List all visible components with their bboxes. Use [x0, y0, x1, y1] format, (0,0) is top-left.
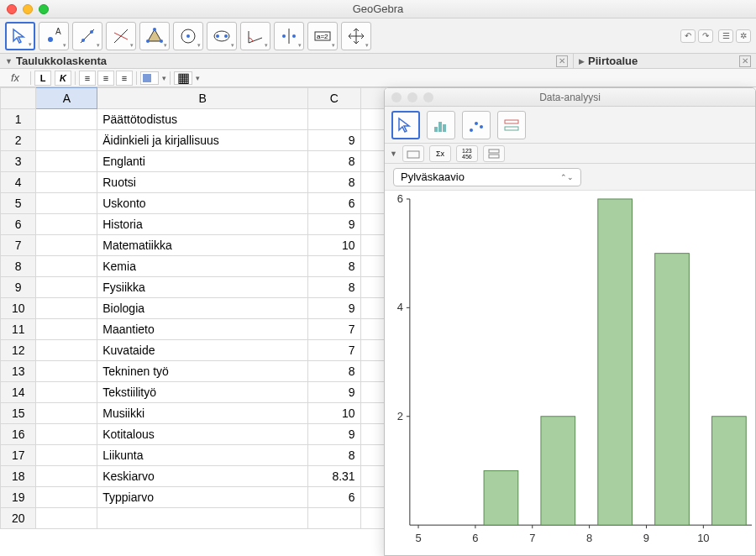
row-header[interactable]: 7: [1, 235, 36, 256]
cell[interactable]: [36, 361, 97, 382]
cell[interactable]: 8: [307, 361, 360, 382]
cell[interactable]: Uskonto: [97, 193, 308, 214]
cell[interactable]: 10: [307, 403, 360, 424]
fill-color-button[interactable]: [140, 71, 159, 85]
cell[interactable]: 9: [307, 382, 360, 403]
row-header[interactable]: 1: [1, 109, 36, 130]
row-header[interactable]: 17: [1, 445, 36, 466]
table-row[interactable]: 1Päättötodistus: [1, 109, 386, 130]
row-header[interactable]: 11: [1, 319, 36, 340]
cell[interactable]: 8: [307, 172, 360, 193]
cell[interactable]: 7: [307, 340, 360, 361]
point-tool[interactable]: A▾: [39, 22, 69, 50]
cell[interactable]: Kemia: [97, 256, 308, 277]
cell[interactable]: [36, 340, 97, 361]
cell[interactable]: 9: [307, 298, 360, 319]
table-row[interactable]: 3Englanti8: [1, 151, 386, 172]
cell[interactable]: [36, 277, 97, 298]
bold-button[interactable]: L: [34, 71, 51, 86]
close-panel-button[interactable]: ✕: [739, 55, 751, 67]
table-row[interactable]: 17Liikunta8: [1, 445, 386, 466]
col-header-d[interactable]: [360, 88, 386, 109]
properties-button[interactable]: ☰: [718, 29, 733, 43]
cell[interactable]: [360, 109, 386, 130]
cell[interactable]: [36, 214, 97, 235]
chart-type-select[interactable]: Pylväskaavio ⌃⌄: [393, 168, 581, 186]
cell[interactable]: [360, 130, 386, 151]
row-header[interactable]: 15: [1, 403, 36, 424]
data-button[interactable]: 123456: [456, 145, 478, 162]
select-tool[interactable]: [391, 111, 420, 139]
col-header-c[interactable]: C: [307, 88, 360, 109]
slider-tool[interactable]: a=2▾: [307, 22, 338, 50]
histogram-tool[interactable]: [427, 111, 455, 139]
cell[interactable]: Tekstiilityö: [97, 382, 308, 403]
cell[interactable]: [36, 466, 97, 487]
table-row[interactable]: 15Musiikki10: [1, 403, 386, 424]
row-header[interactable]: 16: [1, 424, 36, 445]
cell[interactable]: Kotitalous: [97, 424, 308, 445]
move-view-tool[interactable]: ▾: [341, 22, 371, 50]
close-window-button[interactable]: [7, 4, 17, 14]
cell[interactable]: [36, 403, 97, 424]
close-panel-button[interactable]: ✕: [556, 55, 568, 67]
align-left-button[interactable]: ≡: [79, 71, 96, 86]
cell[interactable]: 10: [307, 235, 360, 256]
cell[interactable]: 9: [307, 214, 360, 235]
table-row[interactable]: 19Typpiarvo6: [1, 487, 386, 508]
table-row[interactable]: 14Tekstiilityö9: [1, 382, 386, 403]
cell[interactable]: [360, 172, 386, 193]
row-header[interactable]: 6: [1, 214, 36, 235]
cell[interactable]: [360, 361, 386, 382]
row-header[interactable]: 18: [1, 466, 36, 487]
line-tool[interactable]: ▾: [72, 22, 102, 50]
spreadsheet[interactable]: A B C 1Päättötodistus2Äidinkieli ja kirj…: [0, 87, 386, 556]
cell[interactable]: Fysiikka: [97, 277, 308, 298]
cell[interactable]: Päättötodistus: [97, 109, 308, 130]
cell[interactable]: [360, 424, 386, 445]
row-header[interactable]: 2: [1, 130, 36, 151]
cell[interactable]: Äidinkieli ja kirjallisuus: [97, 130, 308, 151]
cell[interactable]: 6: [307, 193, 360, 214]
table-row[interactable]: 7Matematiikka10: [1, 235, 386, 256]
undo-button[interactable]: ↶: [680, 29, 696, 43]
cell[interactable]: [360, 487, 386, 508]
row-header[interactable]: 20: [1, 508, 36, 529]
cell[interactable]: 8: [307, 445, 360, 466]
cell[interactable]: 7: [307, 319, 360, 340]
row-header[interactable]: 14: [1, 382, 36, 403]
multivariable-tool[interactable]: [497, 111, 526, 139]
cell[interactable]: [36, 298, 97, 319]
table-row[interactable]: 6Historia9: [1, 214, 386, 235]
row-header[interactable]: 13: [1, 361, 36, 382]
polygon-tool[interactable]: ▾: [139, 22, 170, 50]
cell[interactable]: 8.31: [307, 466, 360, 487]
cell[interactable]: Keskiarvo: [97, 466, 308, 487]
table-row[interactable]: 10Biologia9: [1, 298, 386, 319]
cell[interactable]: [360, 214, 386, 235]
close-button[interactable]: [391, 92, 402, 102]
cell[interactable]: [360, 403, 386, 424]
cell[interactable]: [36, 319, 97, 340]
cell[interactable]: [36, 151, 97, 172]
cell[interactable]: [36, 172, 97, 193]
table-row[interactable]: 8Kemia8: [1, 256, 386, 277]
redo-button[interactable]: ↷: [698, 29, 713, 43]
chart-area[interactable]: 2465678910: [385, 191, 755, 555]
col-header-a[interactable]: A: [36, 88, 97, 109]
minimize-window-button[interactable]: [23, 4, 33, 14]
cell[interactable]: [36, 382, 97, 403]
minimize-button[interactable]: [407, 92, 417, 102]
cell[interactable]: Tekninen työ: [97, 361, 308, 382]
zoom-button[interactable]: [423, 92, 433, 102]
table-row[interactable]: 20: [1, 508, 386, 529]
table-row[interactable]: 2Äidinkieli ja kirjallisuus9: [1, 130, 386, 151]
table-row[interactable]: 16Kotitalous9: [1, 424, 386, 445]
cell[interactable]: 6: [307, 487, 360, 508]
scatter-tool[interactable]: [462, 111, 491, 139]
table-row[interactable]: 11Maantieto7: [1, 319, 386, 340]
sources-button[interactable]: [402, 145, 424, 162]
table-row[interactable]: 13Tekninen työ8: [1, 361, 386, 382]
cell[interactable]: [360, 235, 386, 256]
angle-tool[interactable]: ▾: [240, 22, 270, 50]
